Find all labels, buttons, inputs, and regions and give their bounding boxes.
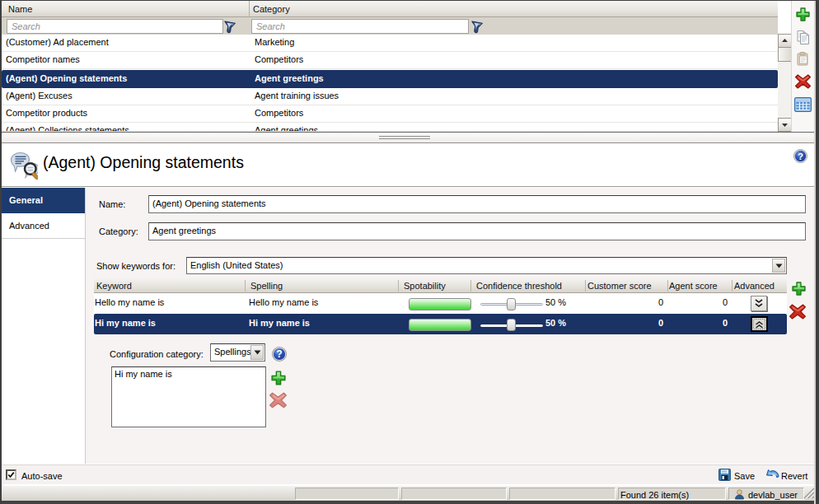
svg-text:?: ?: [276, 348, 282, 360]
svg-text:?: ?: [798, 152, 803, 161]
